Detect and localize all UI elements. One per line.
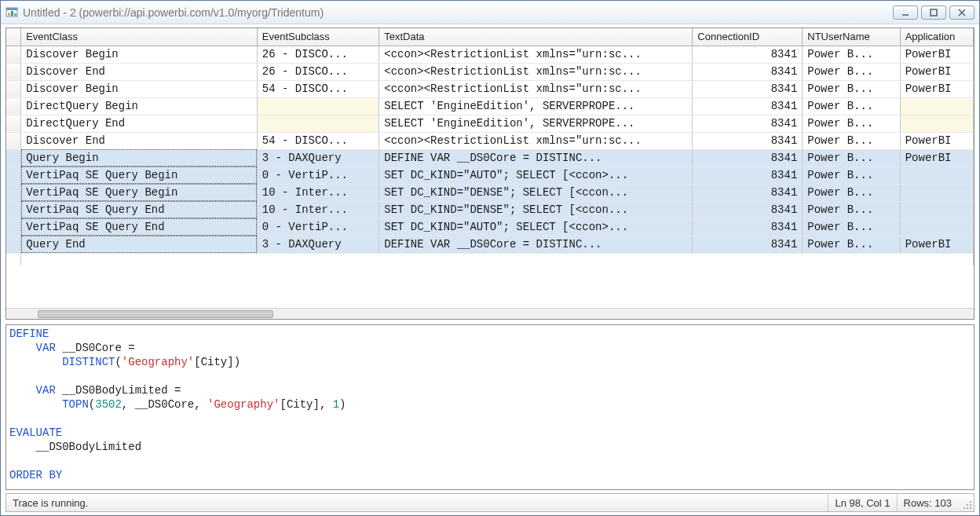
cell-ntuser[interactable]: Power B... — [803, 115, 900, 132]
row-header[interactable] — [6, 218, 21, 236]
cell-appname[interactable]: PowerBI — [900, 80, 973, 97]
table-row[interactable]: Discover Begin26 - DISCO...<ccon><Restri… — [6, 46, 974, 63]
cell-textdata[interactable]: SELECT 'EngineEdition', SERVERPROPE... — [379, 97, 693, 115]
cell-subclass[interactable]: 0 - VertiP... — [257, 218, 378, 236]
table-row[interactable]: Discover End26 - DISCO...<ccon><Restrict… — [6, 63, 974, 80]
cell-textdata[interactable]: SET DC_KIND="AUTO"; SELECT [<ccon>... — [379, 167, 693, 184]
table-row[interactable]: VertiPaq SE Query End10 - Inter...SET DC… — [6, 201, 974, 218]
cell-eventclass[interactable]: Discover Begin — [21, 46, 258, 63]
row-header[interactable] — [6, 149, 21, 167]
cell-textdata[interactable]: DEFINE VAR __DS0Core = DISTINC... — [379, 149, 693, 167]
close-button[interactable] — [949, 5, 975, 20]
cell-ntuser[interactable]: Power B... — [803, 236, 900, 253]
cell-subclass[interactable]: 3 - DAXQuery — [257, 236, 378, 253]
cell-eventclass[interactable]: Query End — [21, 236, 258, 253]
cell-subclass[interactable]: 26 - DISCO... — [257, 63, 378, 80]
cell-textdata[interactable]: SET DC_KIND="DENSE"; SELECT [<ccon... — [379, 201, 693, 218]
cell-subclass[interactable]: 3 - DAXQuery — [257, 149, 378, 167]
minimize-button[interactable] — [893, 5, 918, 20]
cell-connid[interactable]: 8341 — [693, 115, 803, 132]
cell-eventclass[interactable]: Query Begin — [21, 149, 258, 167]
cell-eventclass[interactable]: Discover End — [21, 63, 258, 80]
table-row[interactable]: VertiPaq SE Query End0 - VertiP...SET DC… — [6, 218, 974, 236]
cell-appname[interactable] — [900, 115, 973, 132]
cell-textdata[interactable]: SET DC_KIND="AUTO"; SELECT [<ccon>... — [379, 218, 693, 236]
cell-ntuser[interactable]: Power B... — [803, 167, 900, 184]
table-row[interactable]: Discover End54 - DISCO...<ccon><Restrict… — [6, 132, 974, 149]
cell-ntuser[interactable]: Power B... — [803, 149, 900, 167]
row-header[interactable] — [6, 201, 21, 218]
row-header[interactable] — [6, 167, 21, 184]
cell-textdata[interactable]: <ccon><RestrictionList xmlns="urn:sc... — [379, 80, 693, 97]
cell-appname[interactable] — [900, 218, 973, 236]
cell-ntuser[interactable]: Power B... — [803, 46, 900, 63]
cell-appname[interactable]: PowerBI — [900, 132, 973, 149]
table-row[interactable]: DirectQuery Begin SELECT 'EngineEdition'… — [6, 97, 974, 115]
table-row[interactable]: DirectQuery End SELECT 'EngineEdition', … — [6, 115, 974, 132]
cell-appname[interactable] — [900, 201, 973, 218]
cell-connid[interactable]: 8341 — [693, 80, 803, 97]
cell-subclass[interactable]: 0 - VertiP... — [257, 167, 378, 184]
cell-appname[interactable]: PowerBI — [900, 149, 973, 167]
cell-eventclass[interactable]: VertiPaq SE Query Begin — [21, 167, 258, 184]
row-header[interactable] — [6, 132, 21, 149]
cell-eventclass[interactable]: VertiPaq SE Query End — [21, 218, 258, 236]
cell-appname[interactable]: PowerBI — [900, 46, 973, 63]
cell-subclass[interactable]: 54 - DISCO... — [257, 80, 378, 97]
cell-connid[interactable]: 8341 — [693, 236, 803, 253]
cell-eventclass[interactable]: DirectQuery Begin — [21, 97, 258, 115]
cell-subclass[interactable]: 10 - Inter... — [257, 184, 378, 201]
cell-textdata[interactable]: SELECT 'EngineEdition', SERVERPROPE... — [379, 115, 693, 132]
cell-ntuser[interactable]: Power B... — [803, 184, 900, 201]
row-header[interactable] — [6, 236, 21, 253]
cell-connid[interactable]: 8341 — [693, 46, 803, 63]
col-ntusername[interactable]: NTUserName — [803, 28, 900, 46]
cell-textdata[interactable]: <ccon><RestrictionList xmlns="urn:sc... — [379, 132, 693, 149]
cell-textdata[interactable]: SET DC_KIND="DENSE"; SELECT [<ccon... — [379, 184, 693, 201]
cell-connid[interactable]: 8341 — [693, 184, 803, 201]
cell-eventclass[interactable]: VertiPaq SE Query Begin — [21, 184, 258, 201]
row-header[interactable] — [6, 80, 21, 97]
cell-eventclass[interactable]: VertiPaq SE Query End — [21, 201, 258, 218]
row-header[interactable] — [6, 184, 21, 201]
cell-ntuser[interactable]: Power B... — [803, 63, 900, 80]
table-row[interactable]: VertiPaq SE Query Begin10 - Inter...SET … — [6, 184, 974, 201]
cell-connid[interactable]: 8341 — [693, 132, 803, 149]
col-connectionid[interactable]: ConnectionID — [693, 28, 803, 46]
col-eventclass[interactable]: EventClass — [21, 28, 258, 46]
cell-subclass[interactable]: 54 - DISCO... — [257, 132, 378, 149]
cell-ntuser[interactable]: Power B... — [803, 97, 900, 115]
titlebar[interactable]: Untitled - 2 (powerbi://api.powerbi.com/… — [1, 1, 979, 24]
cell-textdata[interactable]: <ccon><RestrictionList xmlns="urn:sc... — [379, 46, 693, 63]
cell-textdata[interactable]: <ccon><RestrictionList xmlns="urn:sc... — [379, 63, 693, 80]
cell-connid[interactable]: 8341 — [693, 201, 803, 218]
cell-connid[interactable]: 8341 — [693, 97, 803, 115]
row-header[interactable] — [6, 46, 21, 63]
cell-subclass[interactable] — [257, 97, 378, 115]
cell-appname[interactable]: PowerBI — [900, 236, 973, 253]
cell-eventclass[interactable]: DirectQuery End — [21, 115, 258, 132]
cell-connid[interactable]: 8341 — [693, 218, 803, 236]
cell-connid[interactable]: 8341 — [693, 149, 803, 167]
cell-subclass[interactable]: 26 - DISCO... — [257, 46, 378, 63]
cell-ntuser[interactable]: Power B... — [803, 80, 900, 97]
header-row[interactable]: EventClass EventSubclass TextData Connec… — [6, 28, 974, 46]
grid-horizontal-scrollbar[interactable] — [6, 308, 974, 319]
cell-appname[interactable] — [900, 184, 973, 201]
query-text-pane[interactable]: DEFINE VAR __DS0Core = DISTINCT('Geograp… — [5, 324, 975, 490]
cell-eventclass[interactable]: Discover End — [21, 132, 258, 149]
maximize-button[interactable] — [921, 5, 946, 20]
cell-appname[interactable] — [900, 97, 973, 115]
cell-textdata[interactable]: DEFINE VAR __DS0Core = DISTINC... — [379, 236, 693, 253]
col-applicationname[interactable]: Application — [900, 28, 973, 46]
row-header[interactable] — [6, 97, 21, 115]
row-header[interactable] — [6, 115, 21, 132]
table-row[interactable]: Query Begin3 - DAXQueryDEFINE VAR __DS0C… — [6, 149, 974, 167]
table-row[interactable]: VertiPaq SE Query Begin0 - VertiP...SET … — [6, 167, 974, 184]
cell-connid[interactable]: 8341 — [693, 167, 803, 184]
trace-grid[interactable]: EventClass EventSubclass TextData Connec… — [5, 27, 975, 320]
cell-subclass[interactable]: 10 - Inter... — [257, 201, 378, 218]
cell-appname[interactable] — [900, 167, 973, 184]
table-row[interactable]: Query End3 - DAXQueryDEFINE VAR __DS0Cor… — [6, 236, 974, 253]
table-row[interactable]: Discover Begin54 - DISCO...<ccon><Restri… — [6, 80, 974, 97]
